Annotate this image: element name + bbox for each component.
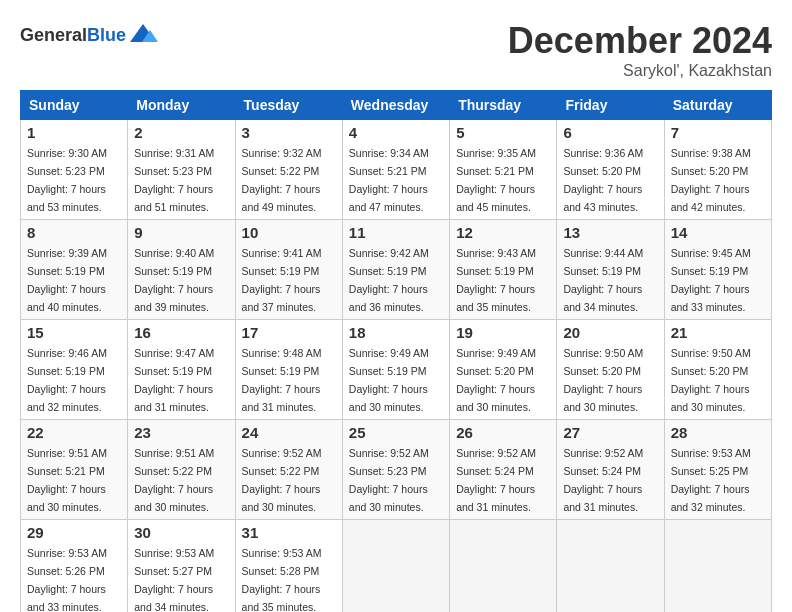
- day-number: 24: [242, 424, 336, 441]
- day-info: Sunrise: 9:53 AMSunset: 5:25 PMDaylight:…: [671, 447, 751, 513]
- calendar-cell: 10 Sunrise: 9:41 AMSunset: 5:19 PMDaylig…: [235, 220, 342, 320]
- calendar-cell: 3 Sunrise: 9:32 AMSunset: 5:22 PMDayligh…: [235, 120, 342, 220]
- calendar-cell: 16 Sunrise: 9:47 AMSunset: 5:19 PMDaylig…: [128, 320, 235, 420]
- day-number: 23: [134, 424, 228, 441]
- calendar-cell: 4 Sunrise: 9:34 AMSunset: 5:21 PMDayligh…: [342, 120, 449, 220]
- calendar-cell: 1 Sunrise: 9:30 AMSunset: 5:23 PMDayligh…: [21, 120, 128, 220]
- day-info: Sunrise: 9:51 AMSunset: 5:21 PMDaylight:…: [27, 447, 107, 513]
- day-number: 3: [242, 124, 336, 141]
- day-number: 26: [456, 424, 550, 441]
- day-info: Sunrise: 9:31 AMSunset: 5:23 PMDaylight:…: [134, 147, 214, 213]
- calendar-cell: 25 Sunrise: 9:52 AMSunset: 5:23 PMDaylig…: [342, 420, 449, 520]
- calendar-cell: 30 Sunrise: 9:53 AMSunset: 5:27 PMDaylig…: [128, 520, 235, 613]
- calendar-cell: 22 Sunrise: 9:51 AMSunset: 5:21 PMDaylig…: [21, 420, 128, 520]
- calendar-week-2: 8 Sunrise: 9:39 AMSunset: 5:19 PMDayligh…: [21, 220, 772, 320]
- calendar-cell: 12 Sunrise: 9:43 AMSunset: 5:19 PMDaylig…: [450, 220, 557, 320]
- calendar-cell: [450, 520, 557, 613]
- header-day-sunday: Sunday: [21, 91, 128, 120]
- day-number: 29: [27, 524, 121, 541]
- day-info: Sunrise: 9:50 AMSunset: 5:20 PMDaylight:…: [671, 347, 751, 413]
- day-number: 9: [134, 224, 228, 241]
- logo-general-text: General: [20, 25, 87, 45]
- calendar-cell: 8 Sunrise: 9:39 AMSunset: 5:19 PMDayligh…: [21, 220, 128, 320]
- calendar-cell: 5 Sunrise: 9:35 AMSunset: 5:21 PMDayligh…: [450, 120, 557, 220]
- day-number: 16: [134, 324, 228, 341]
- header-day-wednesday: Wednesday: [342, 91, 449, 120]
- day-number: 15: [27, 324, 121, 341]
- calendar-cell: 7 Sunrise: 9:38 AMSunset: 5:20 PMDayligh…: [664, 120, 771, 220]
- day-number: 21: [671, 324, 765, 341]
- day-info: Sunrise: 9:32 AMSunset: 5:22 PMDaylight:…: [242, 147, 322, 213]
- day-info: Sunrise: 9:52 AMSunset: 5:22 PMDaylight:…: [242, 447, 322, 513]
- day-info: Sunrise: 9:50 AMSunset: 5:20 PMDaylight:…: [563, 347, 643, 413]
- day-info: Sunrise: 9:53 AMSunset: 5:27 PMDaylight:…: [134, 547, 214, 612]
- calendar-week-1: 1 Sunrise: 9:30 AMSunset: 5:23 PMDayligh…: [21, 120, 772, 220]
- calendar-cell: 14 Sunrise: 9:45 AMSunset: 5:19 PMDaylig…: [664, 220, 771, 320]
- day-number: 19: [456, 324, 550, 341]
- day-number: 13: [563, 224, 657, 241]
- day-info: Sunrise: 9:49 AMSunset: 5:20 PMDaylight:…: [456, 347, 536, 413]
- day-number: 8: [27, 224, 121, 241]
- day-info: Sunrise: 9:42 AMSunset: 5:19 PMDaylight:…: [349, 247, 429, 313]
- day-info: Sunrise: 9:52 AMSunset: 5:24 PMDaylight:…: [563, 447, 643, 513]
- day-info: Sunrise: 9:39 AMSunset: 5:19 PMDaylight:…: [27, 247, 107, 313]
- day-info: Sunrise: 9:46 AMSunset: 5:19 PMDaylight:…: [27, 347, 107, 413]
- day-info: Sunrise: 9:36 AMSunset: 5:20 PMDaylight:…: [563, 147, 643, 213]
- day-info: Sunrise: 9:41 AMSunset: 5:19 PMDaylight:…: [242, 247, 322, 313]
- calendar-cell: 26 Sunrise: 9:52 AMSunset: 5:24 PMDaylig…: [450, 420, 557, 520]
- day-number: 4: [349, 124, 443, 141]
- logo-icon: [128, 20, 158, 50]
- day-number: 22: [27, 424, 121, 441]
- day-number: 5: [456, 124, 550, 141]
- day-number: 20: [563, 324, 657, 341]
- title-section: December 2024 Sarykol', Kazakhstan: [508, 20, 772, 80]
- calendar-cell: 24 Sunrise: 9:52 AMSunset: 5:22 PMDaylig…: [235, 420, 342, 520]
- calendar-cell: 20 Sunrise: 9:50 AMSunset: 5:20 PMDaylig…: [557, 320, 664, 420]
- day-number: 1: [27, 124, 121, 141]
- day-info: Sunrise: 9:40 AMSunset: 5:19 PMDaylight:…: [134, 247, 214, 313]
- calendar-cell: 9 Sunrise: 9:40 AMSunset: 5:19 PMDayligh…: [128, 220, 235, 320]
- header-day-tuesday: Tuesday: [235, 91, 342, 120]
- calendar-cell: 28 Sunrise: 9:53 AMSunset: 5:25 PMDaylig…: [664, 420, 771, 520]
- day-info: Sunrise: 9:49 AMSunset: 5:19 PMDaylight:…: [349, 347, 429, 413]
- day-number: 14: [671, 224, 765, 241]
- day-info: Sunrise: 9:44 AMSunset: 5:19 PMDaylight:…: [563, 247, 643, 313]
- calendar-cell: 19 Sunrise: 9:49 AMSunset: 5:20 PMDaylig…: [450, 320, 557, 420]
- calendar-cell: 27 Sunrise: 9:52 AMSunset: 5:24 PMDaylig…: [557, 420, 664, 520]
- day-info: Sunrise: 9:52 AMSunset: 5:23 PMDaylight:…: [349, 447, 429, 513]
- day-number: 7: [671, 124, 765, 141]
- day-info: Sunrise: 9:34 AMSunset: 5:21 PMDaylight:…: [349, 147, 429, 213]
- calendar-cell: [664, 520, 771, 613]
- calendar-cell: 13 Sunrise: 9:44 AMSunset: 5:19 PMDaylig…: [557, 220, 664, 320]
- calendar-title: December 2024: [508, 20, 772, 62]
- calendar-cell: 15 Sunrise: 9:46 AMSunset: 5:19 PMDaylig…: [21, 320, 128, 420]
- calendar-table: SundayMondayTuesdayWednesdayThursdayFrid…: [20, 90, 772, 612]
- day-info: Sunrise: 9:38 AMSunset: 5:20 PMDaylight:…: [671, 147, 751, 213]
- calendar-cell: 18 Sunrise: 9:49 AMSunset: 5:19 PMDaylig…: [342, 320, 449, 420]
- logo: GeneralBlue: [20, 20, 158, 50]
- day-number: 28: [671, 424, 765, 441]
- header-row: SundayMondayTuesdayWednesdayThursdayFrid…: [21, 91, 772, 120]
- day-info: Sunrise: 9:45 AMSunset: 5:19 PMDaylight:…: [671, 247, 751, 313]
- calendar-subtitle: Sarykol', Kazakhstan: [508, 62, 772, 80]
- day-number: 31: [242, 524, 336, 541]
- calendar-cell: 31 Sunrise: 9:53 AMSunset: 5:28 PMDaylig…: [235, 520, 342, 613]
- day-number: 18: [349, 324, 443, 341]
- day-number: 25: [349, 424, 443, 441]
- day-info: Sunrise: 9:52 AMSunset: 5:24 PMDaylight:…: [456, 447, 536, 513]
- calendar-cell: 23 Sunrise: 9:51 AMSunset: 5:22 PMDaylig…: [128, 420, 235, 520]
- day-number: 27: [563, 424, 657, 441]
- day-number: 11: [349, 224, 443, 241]
- day-number: 12: [456, 224, 550, 241]
- day-number: 2: [134, 124, 228, 141]
- calendar-cell: 17 Sunrise: 9:48 AMSunset: 5:19 PMDaylig…: [235, 320, 342, 420]
- day-number: 17: [242, 324, 336, 341]
- calendar-cell: 2 Sunrise: 9:31 AMSunset: 5:23 PMDayligh…: [128, 120, 235, 220]
- calendar-cell: 29 Sunrise: 9:53 AMSunset: 5:26 PMDaylig…: [21, 520, 128, 613]
- calendar-cell: [557, 520, 664, 613]
- header-day-friday: Friday: [557, 91, 664, 120]
- day-info: Sunrise: 9:30 AMSunset: 5:23 PMDaylight:…: [27, 147, 107, 213]
- day-info: Sunrise: 9:47 AMSunset: 5:19 PMDaylight:…: [134, 347, 214, 413]
- calendar-week-4: 22 Sunrise: 9:51 AMSunset: 5:21 PMDaylig…: [21, 420, 772, 520]
- day-info: Sunrise: 9:53 AMSunset: 5:26 PMDaylight:…: [27, 547, 107, 612]
